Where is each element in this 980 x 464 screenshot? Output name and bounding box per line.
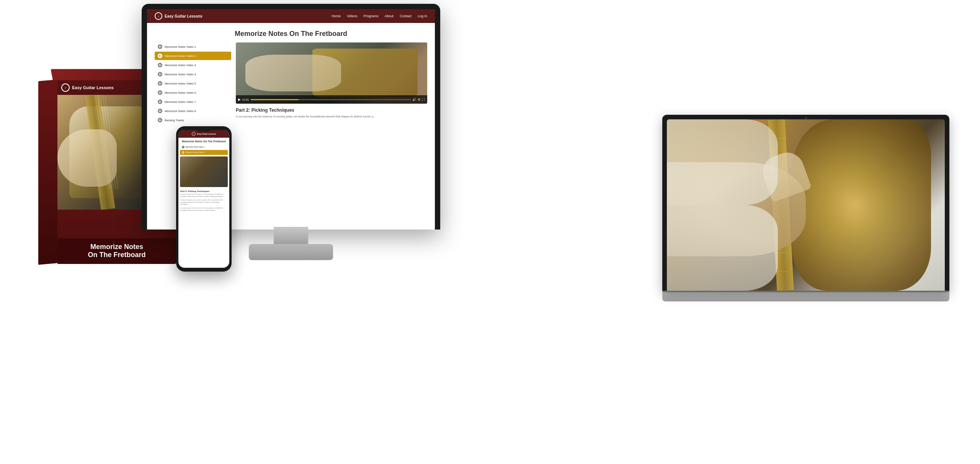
- phone-sidebar-icon-1: [182, 146, 185, 148]
- laptop-screen: [667, 119, 945, 291]
- sidebar-icon-2: ▶: [158, 54, 162, 58]
- monitor-main: ▶ 01:81 🔊 ⚙ ⛶ Part 2: Picking Techniques: [231, 42, 427, 225]
- laptop-base: [662, 291, 949, 301]
- video-controls[interactable]: ▶ 01:81 🔊 ⚙ ⛶: [236, 95, 427, 104]
- sidebar-label-backing: Backing Tracks: [165, 119, 184, 122]
- sidebar-item-1[interactable]: ▶ Memorize Notes Video 1: [155, 42, 231, 51]
- monitor-section-text: In our journey into the essence of count…: [236, 115, 427, 119]
- monitor-logo: ♪ Easy Guitar Lessons: [155, 12, 203, 20]
- sidebar-icon-6: ▶: [158, 90, 162, 95]
- volume-icon[interactable]: 🔊: [412, 98, 416, 101]
- mobile-phone: ♪ Easy Guitar Lessons Memorize Notes On …: [176, 126, 232, 272]
- phone-sidebar-label-1: Memorize Notes Video 1: [186, 146, 204, 148]
- sidebar-item-5[interactable]: ▶ Memorize Notes Video 5: [155, 79, 231, 88]
- nav-programs[interactable]: Programs: [363, 14, 378, 18]
- monitor-neck: [274, 227, 308, 244]
- box-logo-icon: ♪: [61, 83, 70, 92]
- monitor-page-title: Memorize Notes On The Fretboard: [147, 23, 435, 42]
- monitor-video-thumbnail[interactable]: ▶ 01:81 🔊 ⚙ ⛶: [236, 42, 427, 104]
- phone-sidebar-item-2[interactable]: Memorize Notes Video 2: [180, 150, 228, 155]
- monitor-logo-icon: ♪: [155, 12, 162, 20]
- sidebar-icon-8: ▶: [158, 109, 162, 113]
- sidebar-label-7: Memorize Notes Video 7: [165, 100, 196, 104]
- sidebar-icon-5: ▶: [158, 81, 162, 86]
- sidebar-icon-4: ▶: [158, 72, 162, 77]
- sidebar-label-1: Memorize Notes Video 1: [165, 45, 196, 49]
- video-time: 01:81: [242, 98, 249, 101]
- monitor-video-inner: [236, 42, 427, 104]
- sidebar-item-3[interactable]: ▶ Memorize Notes Video 3: [155, 61, 231, 69]
- phone-sidebar-item-1[interactable]: Memorize Notes Video 1: [180, 145, 228, 150]
- nav-about[interactable]: About: [384, 14, 394, 18]
- phone-section-text-2: These techniques are crucial not just fo…: [178, 199, 229, 205]
- sidebar-label-2: Memorize Notes Video 2: [165, 54, 196, 58]
- sidebar-item-4[interactable]: ▶ Memorize Notes Video 4: [155, 70, 231, 78]
- box-side: [38, 80, 57, 265]
- nav-videos[interactable]: Videos: [347, 14, 357, 18]
- sidebar-item-backing[interactable]: ▶ Backing Tracks: [155, 116, 231, 124]
- phone-brand-name: Easy Guitar Lessons: [197, 133, 216, 135]
- nav-login[interactable]: Log In: [418, 14, 427, 18]
- sidebar-label-8: Memorize Notes Video 8: [165, 109, 196, 113]
- nav-home[interactable]: Home: [332, 14, 341, 18]
- phone-section-text: In your journey into the essence of coun…: [178, 193, 229, 197]
- sidebar-item-6[interactable]: ▶ Memorize Notes Video 6: [155, 88, 231, 97]
- nav-contact[interactable]: Contact: [400, 14, 412, 18]
- sidebar-label-3: Memorize Notes Video 3: [165, 63, 196, 67]
- settings-icon[interactable]: ⚙: [418, 98, 420, 101]
- fullscreen-icon[interactable]: ⛶: [422, 98, 425, 101]
- phone-page-title: Memorize Notes On The Fretboard: [178, 138, 229, 144]
- sidebar-label-6: Memorize Notes Video 6: [165, 91, 196, 94]
- sidebar-item-8[interactable]: ▶ Memorize Notes Video 8: [155, 107, 231, 115]
- sidebar-icon-7: ▶: [158, 99, 162, 104]
- play-button[interactable]: ▶: [238, 98, 241, 101]
- sidebar-label-5: Memorize Notes Video 5: [165, 82, 196, 85]
- sidebar-icon-backing: ▶: [158, 118, 162, 122]
- phone-screen: ♪ Easy Guitar Lessons Memorize Notes On …: [178, 130, 229, 268]
- phone-sidebar-icon-2: [182, 151, 185, 154]
- laptop: [662, 115, 949, 314]
- phone-section-title: Part 2: Picking Techniques: [178, 189, 229, 193]
- monitor-brand-name: Easy Guitar Lessons: [165, 14, 203, 18]
- progress-bar[interactable]: [251, 99, 411, 100]
- sidebar-icon-1: ▶: [158, 44, 162, 49]
- phone-body: ♪ Easy Guitar Lessons Memorize Notes On …: [176, 126, 232, 272]
- sidebar-item-2[interactable]: ▶ Memorize Notes Video 2: [155, 52, 231, 60]
- scene: ♪ Easy Guitar Lessons Memorize Notes On: [0, 0, 980, 464]
- monitor-stand: [249, 244, 333, 260]
- laptop-screen-container: [662, 115, 949, 291]
- phone-video-thumbnail[interactable]: [180, 156, 228, 187]
- sidebar-icon-3: ▶: [158, 63, 162, 67]
- phone-section-text-3: In your journey into the essence of coun…: [178, 207, 229, 211]
- laptop-base-line: [662, 291, 949, 292]
- progress-fill: [251, 99, 299, 100]
- sidebar-label-4: Memorize Notes Video 4: [165, 73, 196, 76]
- phone-notch: [196, 126, 212, 132]
- phone-sidebar-label-2: Memorize Notes Video 2: [186, 151, 204, 153]
- monitor-section-title: Part 2: Picking Techniques: [236, 107, 427, 113]
- monitor-navbar: ♪ Easy Guitar Lessons Home Videos Progra…: [147, 9, 435, 23]
- phone-logo-icon: ♪: [192, 132, 196, 136]
- box-brand-name: Easy Guitar Lessons: [72, 85, 114, 90]
- laptop-image: [667, 119, 945, 291]
- monitor-nav-links: Home Videos Programs About Contact Log I…: [332, 14, 427, 18]
- sidebar-item-7[interactable]: ▶ Memorize Notes Video 7: [155, 98, 231, 106]
